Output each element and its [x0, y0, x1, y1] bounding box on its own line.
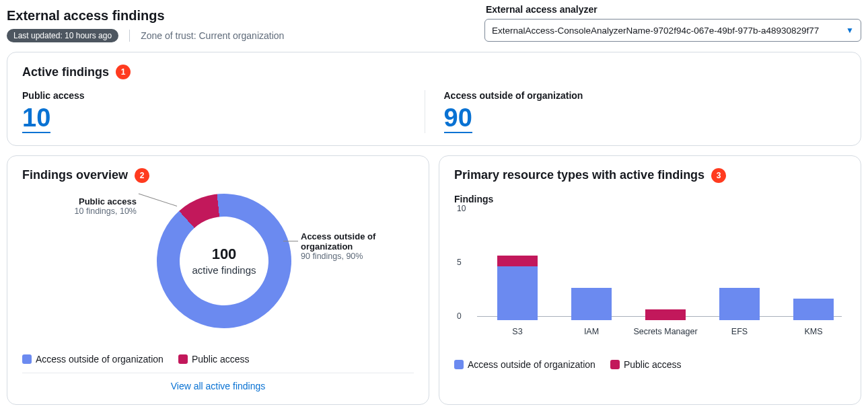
bar-chart: 10 5 0 S3 IAM Secrets Manage	[477, 208, 842, 336]
bar-label-iam: IAM	[551, 327, 632, 336]
divider	[129, 30, 130, 42]
resource-types-card: Primary resource types with active findi…	[439, 155, 861, 405]
y-axis-title: Findings	[454, 194, 846, 204]
badge-2: 2	[135, 168, 149, 183]
bar-label-secrets: Secrets Manager	[625, 327, 706, 336]
divider	[22, 373, 414, 373]
analyzer-selector-value: ExternalAccess-ConsoleAnalyzerName-9702f…	[492, 26, 819, 36]
bar-label-s3: S3	[477, 327, 558, 336]
bar-label-kms: KMS	[773, 327, 854, 336]
legend-swatch-magenta	[178, 354, 188, 364]
legend-public: Public access	[192, 354, 250, 365]
last-updated-badge: Last updated: 10 hours ago	[7, 29, 118, 42]
analyzer-selector[interactable]: ExternalAccess-ConsoleAnalyzerName-9702f…	[484, 19, 861, 42]
outside-org-label: Access outside of organization	[444, 90, 846, 101]
public-access-value-link[interactable]: 10	[22, 105, 50, 133]
active-findings-card: Active findings 1 Public access 10 Acces…	[7, 52, 861, 146]
active-findings-title: Active findings	[22, 65, 109, 79]
analyzer-selector-label: External access analyzer	[486, 4, 861, 15]
zone-of-trust: Zone of trust: Current organization	[141, 30, 284, 41]
bar-legend: Access outside of organization Public ac…	[454, 359, 846, 370]
page-title: External access findings	[7, 8, 284, 24]
badge-1: 1	[116, 65, 131, 79]
chevron-down-icon: ▼	[846, 26, 854, 35]
donut-chart: 100 active findings Public access 10 fin…	[22, 194, 414, 348]
legend-swatch-magenta	[610, 360, 620, 369]
findings-overview-card: Findings overview 2 100 active findings …	[7, 155, 429, 405]
legend-outside: Access outside of organization	[36, 354, 164, 365]
badge-3: 3	[711, 168, 726, 183]
bar-legend-outside: Access outside of organization	[468, 359, 595, 370]
outside-org-value-link[interactable]: 90	[444, 105, 472, 133]
legend-swatch-blue	[22, 354, 32, 364]
callout-public-sub: 10 findings, 10%	[63, 206, 137, 216]
resource-types-title: Primary resource types with active findi…	[454, 168, 704, 182]
bar-legend-public: Public access	[624, 359, 682, 370]
public-access-label: Public access	[22, 90, 425, 101]
donut-legend: Access outside of organization Public ac…	[22, 354, 414, 365]
callout-outside-title: Access outside of organization	[301, 231, 415, 252]
legend-swatch-blue	[454, 360, 464, 369]
callout-outside-sub: 90 findings, 90%	[301, 252, 415, 261]
bar-label-efs: EFS	[699, 327, 780, 336]
callout-public-title: Public access	[63, 196, 137, 206]
view-all-findings-link[interactable]: View all active findings	[171, 381, 266, 391]
findings-overview-title: Findings overview	[22, 168, 128, 182]
